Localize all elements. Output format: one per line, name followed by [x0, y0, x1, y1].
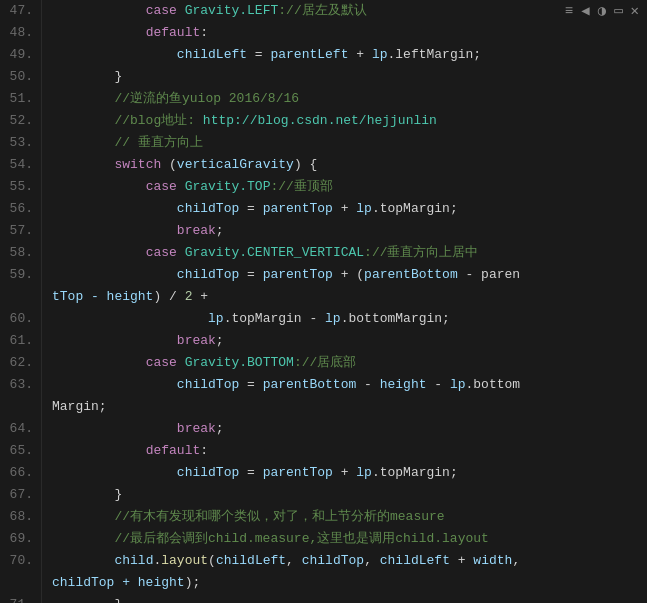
- token: break: [177, 333, 216, 348]
- token: +: [348, 47, 371, 62]
- token: lp: [325, 311, 341, 326]
- token: //最后都会调到child.measure,这里也是调用child.layout: [52, 531, 489, 546]
- token: [52, 553, 114, 568]
- code-line: //有木有发现和哪个类似，对了，和上节分析的measure: [52, 506, 647, 528]
- token: .topMargin -: [224, 311, 325, 326]
- back-icon[interactable]: ◀: [581, 2, 589, 19]
- token: =: [239, 465, 262, 480]
- token: [52, 223, 177, 238]
- token: lp: [356, 201, 372, 216]
- token: case: [146, 3, 177, 18]
- token: [177, 245, 185, 260]
- token: child: [114, 553, 153, 568]
- line-number: 61.: [0, 330, 33, 352]
- token: childTop: [177, 465, 239, 480]
- code-line: childTop = parentTop + lp.topMargin;: [52, 462, 647, 484]
- line-number: 65.: [0, 440, 33, 462]
- token: tTop - height: [52, 289, 153, 304]
- token: [177, 355, 185, 370]
- toolbar: ≡ ◀ ◑ ▭ ✕: [557, 0, 647, 21]
- token: [52, 421, 177, 436]
- code-line: break;: [52, 418, 647, 440]
- line-number: 49.: [0, 44, 33, 66]
- line-number: 48.: [0, 22, 33, 44]
- token: [52, 377, 177, 392]
- code-line: break;: [52, 330, 647, 352]
- line-number: [0, 286, 33, 308]
- token: parentLeft: [270, 47, 348, 62]
- code-line: // 垂直方向上: [52, 132, 647, 154]
- token: Margin;: [52, 399, 107, 414]
- token: [177, 179, 185, 194]
- line-number: 68.: [0, 506, 33, 528]
- token: (: [161, 157, 177, 172]
- token: ) {: [294, 157, 317, 172]
- token: Gravity.CENTER_VERTICAL: [185, 245, 364, 260]
- line-number: 71.: [0, 594, 33, 603]
- token: //blog地址:: [52, 113, 203, 128]
- token: default: [146, 443, 201, 458]
- code-area[interactable]: case Gravity.LEFT://居左及默认 default: child…: [42, 0, 647, 603]
- token: ;: [216, 333, 224, 348]
- close-icon[interactable]: ✕: [631, 2, 639, 19]
- token: +: [192, 289, 208, 304]
- token: layout: [161, 553, 208, 568]
- token: );: [185, 575, 201, 590]
- line-number: 67.: [0, 484, 33, 506]
- line-number: 47.: [0, 0, 33, 22]
- token: childLeft: [216, 553, 286, 568]
- token: lp: [356, 465, 372, 480]
- token: ;: [216, 421, 224, 436]
- token: .topMargin;: [372, 465, 458, 480]
- token: [52, 157, 114, 172]
- token: [52, 333, 177, 348]
- token: parentTop: [263, 267, 333, 282]
- token: //逆流的鱼yuiop 2016/8/16: [52, 91, 299, 106]
- token: lp: [372, 47, 388, 62]
- token: [52, 245, 146, 260]
- token: :: [200, 25, 208, 40]
- code-line: child.layout(childLeft, childTop, childL…: [52, 550, 647, 572]
- token: [52, 47, 177, 62]
- token: //有木有发现和哪个类似，对了，和上节分析的measure: [52, 509, 445, 524]
- token: :: [200, 443, 208, 458]
- code-line: tTop - height) / 2 +: [52, 286, 647, 308]
- code-line: case Gravity.BOTTOM://居底部: [52, 352, 647, 374]
- token: // 垂直方向上: [52, 135, 203, 150]
- token: case: [146, 179, 177, 194]
- token: http://blog.csdn.net/hejjunlin: [203, 113, 437, 128]
- line-number: 69.: [0, 528, 33, 550]
- token: [177, 3, 185, 18]
- line-number: [0, 396, 33, 418]
- token: ,: [364, 553, 380, 568]
- token: Gravity.TOP: [185, 179, 271, 194]
- line-number: 51.: [0, 88, 33, 110]
- code-line: childTop = parentBottom - height - lp.bo…: [52, 374, 647, 396]
- token: height: [380, 377, 427, 392]
- menu-icon[interactable]: ≡: [565, 3, 573, 19]
- code-line: childTop = parentTop + lp.topMargin;: [52, 198, 647, 220]
- token: ) /: [153, 289, 184, 304]
- token: childLeft: [177, 47, 247, 62]
- line-number: 50.: [0, 66, 33, 88]
- line-number: 56.: [0, 198, 33, 220]
- token: +: [333, 201, 356, 216]
- token: childTop: [177, 267, 239, 282]
- code-line: Margin;: [52, 396, 647, 418]
- token: +: [333, 465, 356, 480]
- display-icon[interactable]: ▭: [614, 2, 622, 19]
- token: =: [239, 201, 262, 216]
- contrast-icon[interactable]: ◑: [598, 2, 606, 19]
- code-line: //逆流的鱼yuiop 2016/8/16: [52, 88, 647, 110]
- line-number: 59.: [0, 264, 33, 286]
- token: break: [177, 223, 216, 238]
- code-line: }: [52, 594, 647, 603]
- token: +: [450, 553, 473, 568]
- token: .bottomMargin;: [341, 311, 450, 326]
- code-line: //最后都会调到child.measure,这里也是调用child.layout: [52, 528, 647, 550]
- code-line: case Gravity.CENTER_VERTICAL://垂直方向上居中: [52, 242, 647, 264]
- token: parentTop: [263, 201, 333, 216]
- token: .topMargin;: [372, 201, 458, 216]
- token: ;: [216, 223, 224, 238]
- line-number: 58.: [0, 242, 33, 264]
